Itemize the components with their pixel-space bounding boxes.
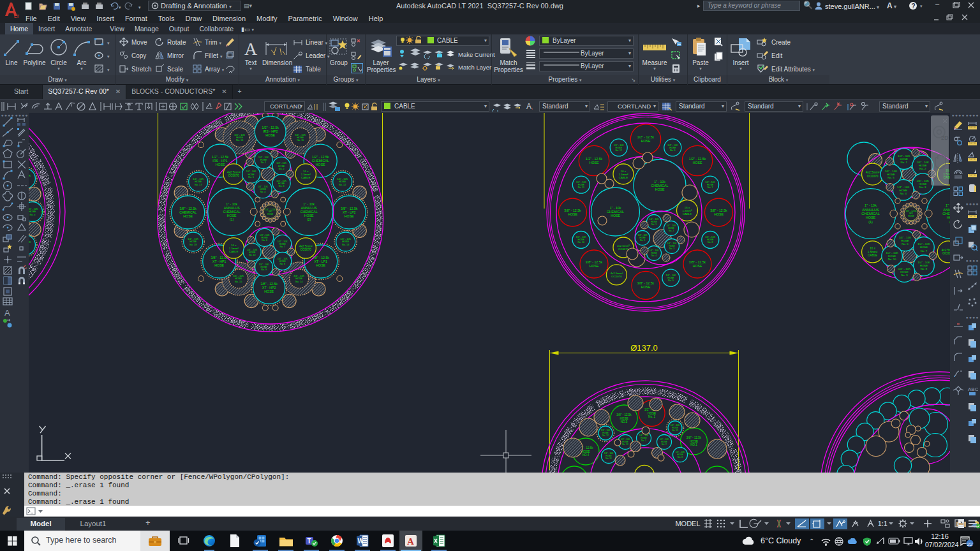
svg-text:4x2.5mm²OC0070: 4x2.5mm²OC0070 <box>942 249 950 256</box>
svg-text:?: ? <box>41 210 43 215</box>
svg-text:22: 22 <box>967 541 973 547</box>
svg-text:4x2.5mm²OC0070: 4x2.5mm²OC0070 <box>611 272 623 278</box>
svg-text:4x2.5mm²OC0070: 4x2.5mm²OC0070 <box>227 171 241 177</box>
svg-text:?: ? <box>912 3 916 10</box>
svg-text:4x2.5mm²OC0070: 4x2.5mm²OC0070 <box>299 245 313 251</box>
svg-text:2D: 2D <box>941 135 949 141</box>
svg-text:ABC: ABC <box>968 386 978 392</box>
svg-text:Ø137.0: Ø137.0 <box>630 343 658 353</box>
svg-text:T: T <box>308 538 311 545</box>
svg-text:A: A <box>4 308 10 318</box>
svg-text:▾: ▾ <box>920 4 923 8</box>
svg-text:A: A <box>244 39 258 57</box>
svg-text:1:1: 1:1 <box>878 520 887 527</box>
svg-text:4x2.5mm²OC0070: 4x2.5mm²OC0070 <box>866 171 880 178</box>
svg-text:LT: LT <box>14 14 20 18</box>
svg-text:A: A <box>407 536 414 547</box>
